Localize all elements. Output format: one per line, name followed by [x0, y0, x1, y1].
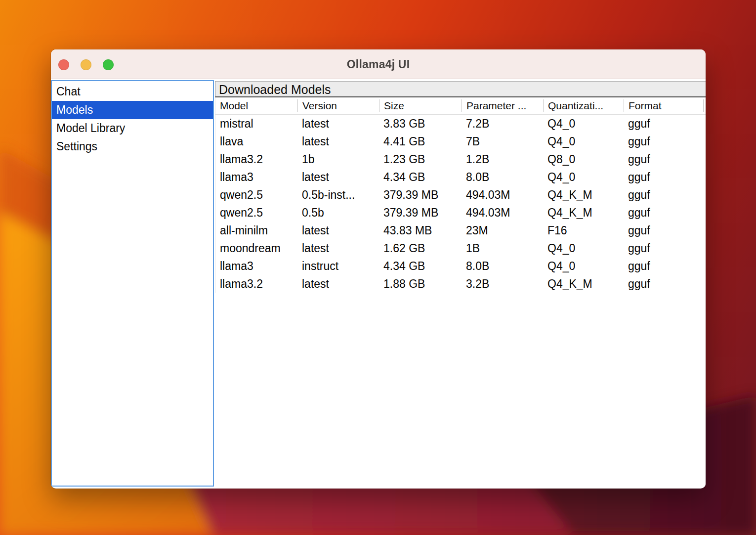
table-header-row: Model Version Size Parameter ... Quantiz…	[215, 97, 706, 115]
column-header-version[interactable]: Version	[297, 99, 379, 112]
cell-model: llama3.2	[215, 277, 297, 291]
cell-size: 1.88 GB	[379, 277, 462, 291]
panel-heading: Downloaded Models	[215, 81, 706, 97]
cell-parameter: 7B	[462, 135, 543, 148]
window-titlebar[interactable]: Ollama4j UI	[51, 49, 706, 79]
desktop: { "window": { "title": "Ollama4j UI" }, …	[0, 0, 756, 535]
table-row[interactable]: all-minilm latest 43.83 MB 23M F16 gguf	[215, 222, 706, 239]
cell-size: 4.34 GB	[379, 260, 462, 273]
column-header-size[interactable]: Size	[379, 99, 462, 112]
cell-quantization: Q4_0	[543, 117, 624, 131]
cell-size: 1.23 GB	[379, 153, 462, 166]
cell-parameter: 1.2B	[462, 153, 543, 166]
cell-version: 0.5b	[297, 206, 379, 220]
cell-quantization: Q4_K_M	[543, 206, 624, 220]
table-row[interactable]: qwen2.5 0.5b 379.39 MB 494.03M Q4_K_M gg…	[215, 204, 706, 222]
cell-model: llama3.2	[215, 153, 297, 166]
cell-version: instruct	[297, 260, 379, 273]
cell-format: gguf	[624, 117, 704, 131]
cell-parameter: 8.0B	[462, 260, 543, 273]
cell-model: mistral	[215, 117, 297, 131]
cell-quantization: Q4_0	[543, 135, 624, 148]
cell-parameter: 494.03M	[462, 188, 543, 202]
cell-version: 0.5b-inst...	[297, 188, 379, 202]
table-row[interactable]: qwen2.5 0.5b-inst... 379.39 MB 494.03M Q…	[215, 186, 706, 204]
cell-format: gguf	[624, 171, 704, 184]
sidebar-item-settings[interactable]: Settings	[52, 137, 213, 156]
cell-format: gguf	[624, 277, 704, 291]
cell-parameter: 1B	[462, 242, 543, 255]
cell-model: llama3	[215, 260, 297, 273]
cell-parameter: 494.03M	[462, 206, 543, 220]
cell-version: latest	[297, 242, 379, 255]
cell-format: gguf	[624, 188, 704, 202]
sidebar-item-model-library[interactable]: Model Library	[52, 119, 213, 137]
cell-model: moondream	[215, 242, 297, 255]
column-header-format[interactable]: Format	[624, 99, 704, 112]
cell-format: gguf	[624, 135, 704, 148]
column-header-parameter[interactable]: Parameter ...	[462, 99, 543, 112]
cell-version: latest	[297, 135, 379, 148]
cell-parameter: 23M	[462, 224, 543, 237]
app-window: Ollama4j UI Chat Models Model Library Se…	[51, 49, 706, 489]
cell-quantization: Q4_0	[543, 260, 624, 273]
table-row[interactable]: llama3.2 latest 1.88 GB 3.2B Q4_K_M gguf	[215, 275, 706, 293]
table-row[interactable]: moondream latest 1.62 GB 1B Q4_0 gguf	[215, 239, 706, 257]
cell-quantization: Q4_K_M	[543, 188, 624, 202]
table-row[interactable]: llama3 instruct 4.34 GB 8.0B Q4_0 gguf	[215, 257, 706, 275]
cell-quantization: Q4_0	[543, 171, 624, 184]
cell-parameter: 3.2B	[462, 277, 543, 291]
cell-quantization: F16	[543, 224, 624, 237]
sidebar-item-models[interactable]: Models	[52, 101, 213, 119]
cell-size: 379.39 MB	[379, 206, 462, 220]
cell-version: latest	[297, 171, 379, 184]
cell-version: latest	[297, 117, 379, 131]
cell-format: gguf	[624, 224, 704, 237]
table-row[interactable]: llama3.2 1b 1.23 GB 1.2B Q8_0 gguf	[215, 150, 706, 168]
cell-size: 1.62 GB	[379, 242, 462, 255]
cell-quantization: Q4_K_M	[543, 277, 624, 291]
models-table: Model Version Size Parameter ... Quantiz…	[215, 97, 706, 293]
cell-format: gguf	[624, 153, 704, 166]
main-panel: Downloaded Models Model Version Size Par…	[215, 81, 706, 488]
column-header-model[interactable]: Model	[215, 99, 297, 112]
table-row[interactable]: llama3 latest 4.34 GB 8.0B Q4_0 gguf	[215, 168, 706, 186]
cell-size: 43.83 MB	[379, 224, 462, 237]
table-body: mistral latest 3.83 GB 7.2B Q4_0 gguf ll…	[215, 115, 706, 293]
cell-version: latest	[297, 277, 379, 291]
sidebar-list: Chat Models Model Library Settings	[52, 81, 213, 156]
cell-model: all-minilm	[215, 224, 297, 237]
cell-parameter: 8.0B	[462, 171, 543, 184]
window-title: Ollama4j UI	[51, 49, 706, 79]
cell-model: qwen2.5	[215, 188, 297, 202]
cell-model: llava	[215, 135, 297, 148]
cell-size: 379.39 MB	[379, 188, 462, 202]
cell-parameter: 7.2B	[462, 117, 543, 131]
cell-version: latest	[297, 224, 379, 237]
cell-format: gguf	[624, 260, 704, 273]
cell-version: 1b	[297, 153, 379, 166]
cell-quantization: Q4_0	[543, 242, 624, 255]
cell-size: 3.83 GB	[379, 117, 462, 131]
cell-quantization: Q8_0	[543, 153, 624, 166]
cell-model: llama3	[215, 171, 297, 184]
sidebar-item-chat[interactable]: Chat	[52, 83, 213, 101]
cell-model: qwen2.5	[215, 206, 297, 220]
cell-format: gguf	[624, 206, 704, 220]
cell-format: gguf	[624, 242, 704, 255]
cell-size: 4.41 GB	[379, 135, 462, 148]
sidebar-nav: Chat Models Model Library Settings	[51, 80, 214, 487]
table-row[interactable]: llava latest 4.41 GB 7B Q4_0 gguf	[215, 133, 706, 150]
cell-size: 4.34 GB	[379, 171, 462, 184]
table-row[interactable]: mistral latest 3.83 GB 7.2B Q4_0 gguf	[215, 115, 706, 133]
column-header-quantization[interactable]: Quantizati...	[543, 99, 624, 112]
